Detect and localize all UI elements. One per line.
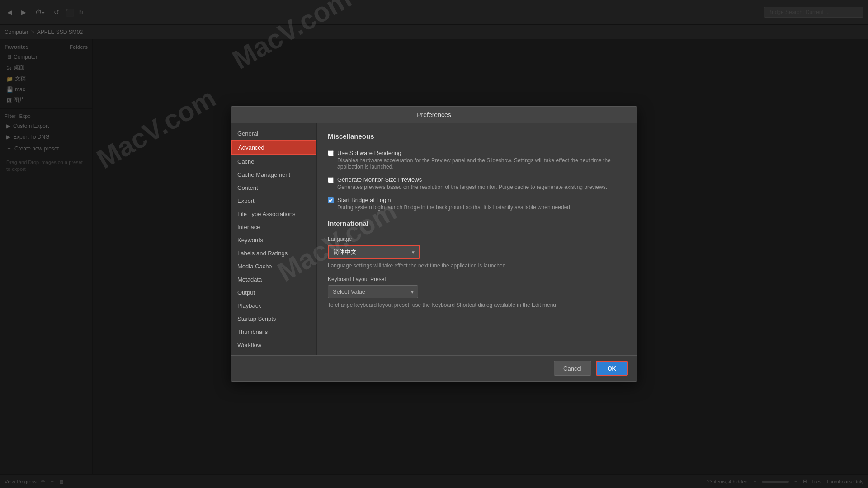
software-rendering-desc: Disables hardware acceleration for the P… [337,157,626,170]
keyboard-select-container: Select Value Default [328,285,418,298]
prefs-footer: Cancel OK [231,355,637,381]
prefs-nav-keywords[interactable]: Keywords [231,234,316,247]
prefs-title-bar: Preferences [231,107,637,123]
prefs-nav-playback[interactable]: Playback [231,299,316,312]
generate-previews-row: Generate Monitor-Size Previews Generates… [328,176,626,190]
start-bridge-desc: During system login launch Bridge in the… [337,204,571,211]
prefs-nav-content[interactable]: Content [231,181,316,194]
language-select-wrapper: 简体中文 English Deutsch Español Français 日本… [328,245,420,259]
prefs-nav-startup[interactable]: Startup Scripts [231,312,316,325]
prefs-nav-advanced[interactable]: Advanced [231,140,316,155]
generate-previews-desc: Generates previews based on the resoluti… [337,184,607,190]
software-rendering-checkbox[interactable] [328,150,334,156]
preferences-dialog: Preferences General Advanced Cache Cache… [231,106,637,382]
prefs-nav-media-cache[interactable]: Media Cache [231,260,316,273]
prefs-nav-file-type[interactable]: File Type Associations [231,207,316,221]
keyboard-select[interactable]: Select Value Default [328,285,418,298]
prefs-body: General Advanced Cache Cache Management … [231,123,637,355]
dialog-overlay: Preferences General Advanced Cache Cache… [0,0,868,488]
generate-previews-label: Generate Monitor-Size Previews [337,176,607,183]
prefs-nav-cache[interactable]: Cache [231,155,316,168]
intl-section-title: International [328,220,626,230]
language-field-label: Language [328,236,626,242]
prefs-nav-labels[interactable]: Labels and Ratings [231,247,316,260]
prefs-content: Miscellaneous Use Software Rendering Dis… [317,123,637,355]
prefs-nav-output[interactable]: Output [231,286,316,299]
generate-previews-checkbox[interactable] [328,177,334,183]
prefs-nav-metadata[interactable]: Metadata [231,273,316,286]
ok-button[interactable]: OK [596,361,628,376]
prefs-nav: General Advanced Cache Cache Management … [231,123,317,355]
language-select-container: 简体中文 English Deutsch Español Français 日本… [329,246,419,258]
start-bridge-row: Start Bridge at Login During system logi… [328,197,626,211]
prefs-title: Preferences [417,111,451,118]
prefs-nav-thumbnails[interactable]: Thumbnails [231,325,316,338]
prefs-nav-interface[interactable]: Interface [231,221,316,234]
keyboard-preset-label: Keyboard Layout Preset [328,276,626,282]
cancel-button[interactable]: Cancel [554,361,591,376]
language-select[interactable]: 简体中文 English Deutsch Español Français 日本… [329,246,419,258]
start-bridge-checkbox[interactable] [328,197,334,203]
prefs-nav-export[interactable]: Export [231,194,316,207]
prefs-nav-workflow[interactable]: Workflow [231,338,316,352]
prefs-nav-general[interactable]: General [231,127,316,140]
software-rendering-label: Use Software Rendering [337,150,626,156]
language-desc: Language settings will take effect the n… [328,263,626,269]
keyboard-hint: To change keyboard layout preset, use th… [328,302,626,308]
start-bridge-label: Start Bridge at Login [337,197,571,203]
prefs-nav-cache-mgmt[interactable]: Cache Management [231,168,316,181]
misc-section-title: Miscellaneous [328,132,626,143]
software-rendering-row: Use Software Rendering Disables hardware… [328,150,626,170]
